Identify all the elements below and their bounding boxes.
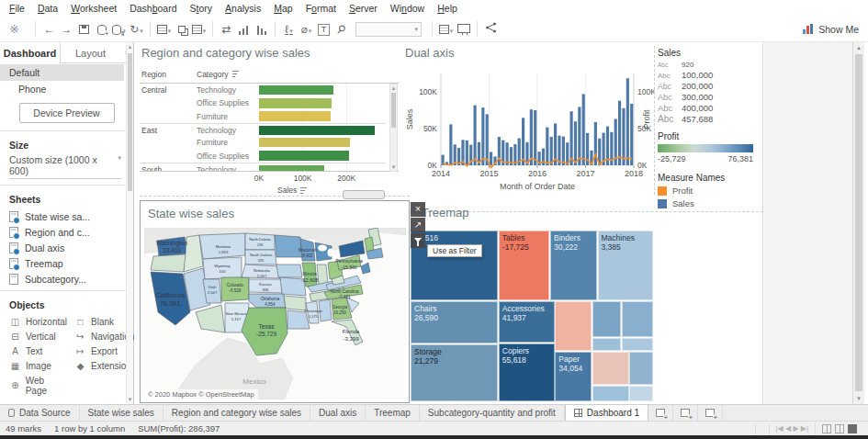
device-phone[interactable]: Phone <box>0 81 133 97</box>
add-data-source-icon[interactable]: + <box>93 23 110 36</box>
sales-bar[interactable] <box>534 110 536 165</box>
region-chart-scrollbar[interactable]: ▲▼ <box>389 84 398 172</box>
next-page-icon[interactable]: ▶ <box>793 424 798 433</box>
show-sheets-view-icon[interactable] <box>835 424 844 433</box>
sales-legend-entry[interactable]: Abc300,000 <box>658 92 761 102</box>
sort-icon[interactable] <box>300 187 307 194</box>
swap-rows-columns-icon[interactable]: ⇄ <box>218 23 235 36</box>
new-dashboard-tab[interactable] <box>673 405 698 421</box>
save-icon[interactable] <box>75 23 93 36</box>
window-scrollbar[interactable]: ▲▼ <box>852 42 864 404</box>
sales-bar[interactable] <box>582 94 585 165</box>
sales-bar[interactable] <box>490 152 492 165</box>
object-vertical[interactable]: ⊟Vertical <box>6 329 71 343</box>
profit-color-gradient[interactable] <box>658 144 753 152</box>
menu-file[interactable]: File <box>3 1 31 16</box>
menu-worksheet[interactable]: Worksheet <box>64 1 123 16</box>
duplicate-icon[interactable] <box>173 23 190 36</box>
device-default[interactable]: Default <box>0 64 124 81</box>
state-iowa[interactable] <box>276 265 302 277</box>
state-minnesota[interactable] <box>275 235 302 257</box>
tab-dashboard[interactable]: Dashboard <box>0 42 61 63</box>
sheet-tab-state-wise-sales[interactable]: State wise sales <box>80 405 163 421</box>
treemap-cell[interactable] <box>622 338 653 351</box>
sales-legend-entry[interactable]: Abc200,000 <box>658 81 761 91</box>
pause-auto-updates-icon[interactable]: ‖▾ <box>110 23 128 36</box>
state-oregon[interactable] <box>151 254 186 272</box>
treemap-cell[interactable]: Storage21,279 <box>411 344 498 401</box>
treemap-cell[interactable] <box>629 352 653 385</box>
device-preview-button[interactable]: Device Preview <box>19 103 115 123</box>
sales-bar[interactable] <box>259 126 375 136</box>
prev-page-icon[interactable]: ◀ <box>785 424 791 433</box>
sheet-item[interactable]: Subcategory... <box>0 271 133 287</box>
sheet-tab-dashboard-1[interactable]: Dashboard 1 <box>565 405 648 421</box>
undo-icon[interactable]: ← <box>40 23 58 36</box>
show-filmstrip-view-icon[interactable] <box>848 424 857 433</box>
show-tabs-view-icon[interactable] <box>822 424 831 433</box>
sales-bar[interactable] <box>259 111 331 121</box>
group-members-icon[interactable]: ⌀▾ <box>298 23 315 36</box>
menu-server[interactable]: Server <box>343 1 384 16</box>
treemap-cell[interactable] <box>555 301 592 351</box>
sales-bar[interactable] <box>481 107 484 165</box>
treemap-cell[interactable] <box>629 386 653 401</box>
menu-window[interactable]: Window <box>384 1 431 16</box>
sales-legend-entry[interactable]: Abc920 <box>658 61 761 69</box>
sales-bar[interactable] <box>449 124 452 165</box>
clear-sheet-icon[interactable]: ▾ <box>190 23 208 36</box>
object-web-page[interactable]: ⊕Web Page <box>6 373 71 398</box>
menu-data[interactable]: Data <box>31 1 64 16</box>
state-indiana[interactable] <box>317 265 328 285</box>
sales-bar[interactable] <box>259 138 350 148</box>
sales-bar[interactable] <box>259 85 333 96</box>
tab-layout[interactable]: Layout <box>61 42 120 63</box>
measure-legend-entry[interactable]: Profit <box>658 186 761 196</box>
state-wise-sales-window[interactable]: State wise sales <box>140 200 410 403</box>
treemap-cell[interactable]: Binders30,222 <box>550 231 597 300</box>
sheet-tab-dual-axis[interactable]: Dual axis <box>310 405 366 421</box>
sales-axis-label[interactable]: Sales <box>277 186 307 195</box>
go-to-sheet-icon[interactable]: ↗ <box>411 218 425 232</box>
sidebar-scrollbar[interactable]: ▲▼ <box>126 42 133 404</box>
sales-bar[interactable] <box>498 137 501 165</box>
menu-story[interactable]: Story <box>184 1 220 16</box>
sheet-item[interactable]: Treemap <box>0 255 133 271</box>
object-text[interactable]: AText <box>6 343 71 358</box>
menu-dashboard[interactable]: Dashboard <box>123 1 183 16</box>
sheet-item[interactable]: State wise sa... <box>0 208 133 224</box>
state-vermont-nh[interactable] <box>365 237 374 252</box>
treemap-cell[interactable]: Paper34,054 <box>555 352 592 401</box>
zone-move-handle[interactable] <box>343 190 385 199</box>
treemap-cell[interactable]: Tables-17,725 <box>499 231 549 300</box>
sales-bar[interactable] <box>259 98 332 108</box>
menu-format[interactable]: Format <box>299 1 343 16</box>
sheet-tab-region-and-category-wise-sales[interactable]: Region and category wise sales <box>163 405 310 421</box>
show-cards-icon[interactable]: ▾ <box>437 23 455 36</box>
new-story-tab[interactable] <box>698 405 723 421</box>
sort-icon[interactable] <box>232 71 239 77</box>
sheet-item[interactable]: Region and c... <box>0 224 133 240</box>
sheet-item[interactable]: Dual axis <box>0 240 133 255</box>
sort-descending-icon[interactable] <box>253 23 270 36</box>
treemap-cell[interactable]: Chairs26,590 <box>411 301 498 343</box>
treemap-cell[interactable] <box>592 338 621 351</box>
highlight-icon[interactable]: ℓ▾ <box>280 23 298 36</box>
sales-bar[interactable] <box>546 128 548 165</box>
dual-axis-plot[interactable]: 201420152016201720180K0K50K50K100K100KSa… <box>401 46 655 197</box>
first-page-icon[interactable]: |◀ <box>776 424 783 433</box>
share-icon[interactable] <box>482 22 500 36</box>
sheet-tab-treemap[interactable]: Treemap <box>366 405 420 421</box>
sales-bar[interactable] <box>574 121 577 165</box>
sales-bar[interactable] <box>486 114 489 165</box>
sort-ascending-icon[interactable] <box>235 23 253 36</box>
object-horizontal[interactable]: ◫Horizontal <box>6 314 71 329</box>
treemap-cell[interactable] <box>592 386 628 401</box>
menu-map[interactable]: Map <box>267 1 299 16</box>
sheet-tab-data-source[interactable]: Data Source <box>0 405 80 421</box>
sales-bar[interactable] <box>622 108 625 165</box>
presentation-mode-icon[interactable] <box>455 23 472 36</box>
fix-axes-icon[interactable]: ⚲ <box>331 18 353 39</box>
fit-selector[interactable]: ▾ <box>355 22 422 37</box>
treemap-cell[interactable] <box>592 301 621 337</box>
